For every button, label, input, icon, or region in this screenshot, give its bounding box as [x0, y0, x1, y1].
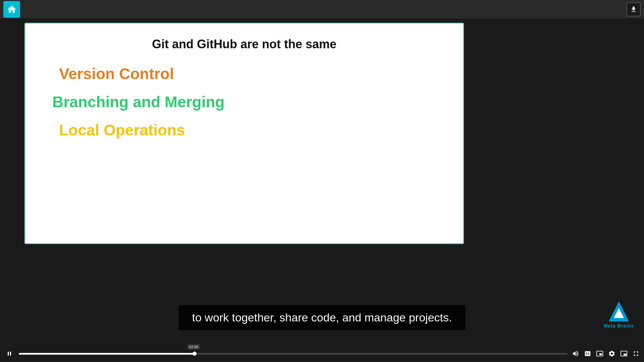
download-button[interactable] — [627, 2, 641, 16]
slide-title: Git and GitHub are not the same — [46, 37, 443, 51]
branching-label: Branching and Merging — [52, 93, 225, 111]
home-button[interactable] — [3, 1, 20, 18]
miniplayer-button[interactable] — [619, 349, 629, 358]
meta-brains-triangle-icon — [607, 300, 631, 323]
meta-brains-text: Meta Brains — [604, 323, 634, 328]
slide-items: Version Control Branching and Merging Lo… — [46, 65, 443, 139]
miniplayer-icon — [620, 350, 628, 357]
volume-button[interactable] — [571, 349, 580, 358]
progress-bar[interactable]: 02:00 — [19, 353, 568, 355]
caption-bar: to work together, share code, and manage… — [179, 305, 466, 330]
cc-icon — [584, 350, 591, 357]
download-icon — [630, 6, 637, 13]
settings-icon — [608, 350, 615, 357]
logo-triangle-container — [607, 300, 631, 323]
controls-right — [571, 349, 641, 358]
time-tooltip: 02:00 — [187, 344, 200, 350]
fullscreen-icon — [632, 350, 640, 357]
meta-brains-logo: Meta Brains — [604, 300, 634, 328]
local-ops-label: Local Operations — [59, 121, 185, 139]
settings-button[interactable] — [607, 349, 616, 358]
fullscreen-button[interactable] — [631, 349, 641, 358]
slide-item-local-ops: Local Operations — [59, 121, 443, 139]
progress-fill — [19, 353, 195, 355]
progress-thumb: 02:00 — [193, 352, 197, 356]
slide-item-branching: Branching and Merging — [52, 93, 443, 111]
home-icon — [7, 4, 17, 14]
cc-button[interactable] — [583, 349, 592, 358]
pause-button[interactable] — [3, 348, 15, 360]
version-control-label: Version Control — [59, 65, 174, 82]
slide-container: Git and GitHub are not the same Version … — [24, 23, 464, 244]
pause-icon — [6, 350, 13, 357]
pip-button[interactable] — [595, 349, 604, 358]
control-bar: 02:00 — [0, 345, 644, 362]
caption-text: to work together, share code, and manage… — [192, 311, 452, 324]
slide-item-version-control: Version Control — [59, 65, 443, 83]
pip-icon — [596, 350, 603, 357]
top-bar — [0, 0, 644, 18]
volume-icon — [572, 350, 579, 357]
